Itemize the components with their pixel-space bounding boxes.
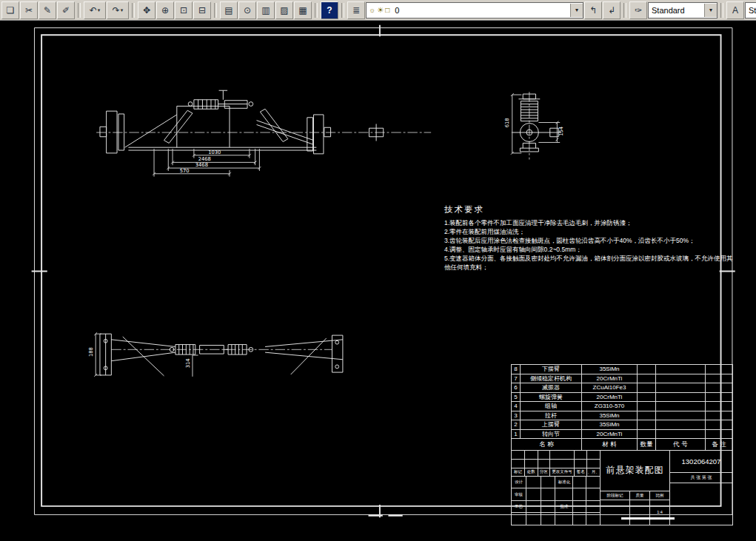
make-layer-current-button[interactable]: ↰	[584, 1, 602, 19]
parts-list-row: 2 上摆臂 35SiMn	[512, 420, 732, 430]
technical-requirements-title: 技术要求	[444, 204, 735, 215]
region-button[interactable]: ▨	[275, 1, 293, 19]
zoom-previous-button[interactable]: ⊟	[193, 1, 211, 19]
text-style-button[interactable]: A	[726, 1, 744, 19]
dim-label: 570	[180, 168, 190, 174]
process-label: 工艺	[512, 501, 526, 512]
title-block-underline	[621, 517, 675, 520]
zoom-window-button[interactable]: ⊡	[175, 1, 193, 19]
text-style-combo[interactable]: Sta ▾	[745, 2, 756, 19]
layer-combo[interactable]: ☼ ☀ □ 0 ▾	[366, 2, 583, 19]
table-icon: ▦	[298, 5, 307, 16]
revision-row	[512, 451, 600, 460]
layer-on-icon: ☼	[369, 6, 375, 14]
named-views-icon: ▤	[224, 5, 233, 16]
toolbar-separator	[341, 3, 344, 18]
scale-label: 比例	[650, 491, 669, 500]
cut-button[interactable]: ✂	[20, 1, 38, 19]
zoom-realtime-icon: ⊕	[161, 5, 169, 16]
revision-label-row: 标记 处数 分区 更改文件号 签名 年、月、日	[512, 468, 600, 477]
scale-value: 1:4	[650, 500, 669, 525]
render-button[interactable]: ▥	[257, 1, 275, 19]
part-no: 8	[512, 365, 521, 374]
technical-requirement-item: 5.变速器箱体分面、各接触面及密封处均不允许漏油，箱体剖分面应涂以密封胶或水玻璃…	[444, 254, 735, 272]
part-qty	[638, 365, 656, 374]
rev-doc-label: 更改文件号	[550, 468, 575, 477]
part-material: 35SiMn	[582, 411, 638, 420]
revision-row	[512, 460, 600, 468]
part-qty	[638, 393, 656, 402]
dim-label: 154	[558, 127, 564, 136]
plan-view-joint	[335, 365, 339, 369]
plan-view-joint	[335, 340, 339, 344]
front-view-joint	[249, 102, 253, 107]
stage-label: 阶段标记	[601, 491, 630, 500]
style-combo-arrow-icon[interactable]: ▾	[704, 4, 717, 17]
part-note	[706, 420, 732, 429]
part-name: 组轴	[521, 402, 582, 411]
toolbar-separator	[214, 3, 217, 18]
front-view-joint	[188, 102, 193, 107]
pencil-button[interactable]: ✎	[39, 1, 56, 19]
undo-button[interactable]: ↶▾	[84, 1, 106, 19]
part-no: 3	[512, 411, 521, 420]
part-name: 减振器	[521, 383, 582, 392]
scale-label-row: 阶段标记 质量 比例	[601, 491, 669, 500]
part-note	[706, 402, 732, 411]
pencil-edit-button[interactable]: ✐	[57, 1, 75, 19]
signature-row	[512, 513, 600, 525]
part-code	[656, 420, 706, 429]
region-icon: ▨	[280, 5, 288, 16]
rev-sign-label: 签名	[575, 468, 587, 477]
part-material: 20CrMnTi	[582, 393, 638, 402]
zoom-window-icon: ⊡	[180, 5, 187, 16]
plan-view: 188 314	[88, 332, 343, 377]
cad-viewport[interactable]: 1030 2468 3468 570 618 154 188	[0, 21, 756, 541]
part-qty	[638, 383, 656, 392]
part-material: ZCuAl10Fe3	[582, 383, 638, 392]
side-view: 618 154	[504, 93, 564, 155]
table-button[interactable]: ▦	[294, 1, 312, 19]
pan-icon: ✥	[143, 5, 150, 16]
header-material: 材 料	[582, 439, 638, 450]
parts-list-row: 1 转向节 20CrMnTi	[512, 430, 732, 440]
dim-label: 188	[88, 347, 94, 357]
pencil-icon: ✎	[44, 5, 51, 16]
properties-button[interactable]: ✑	[629, 1, 647, 19]
pan-button[interactable]: ✥	[138, 1, 155, 19]
part-no: 6	[512, 383, 521, 392]
header-name: 名 称	[512, 439, 582, 450]
parts-list-row: 3 拉杆 35SiMn	[512, 411, 732, 421]
header-code: 代 号	[656, 439, 706, 450]
dim-label: 1030	[208, 149, 221, 155]
dim-label: 3468	[195, 162, 208, 168]
layers-icon: ≣	[352, 5, 360, 16]
part-qty	[638, 402, 656, 411]
part-code	[656, 430, 706, 439]
named-views-button[interactable]: ▤	[220, 1, 238, 19]
part-code	[656, 411, 706, 420]
check-label: 审核	[512, 488, 526, 500]
new-sheet-button[interactable]: ❏	[1, 1, 19, 19]
part-no: 7	[512, 374, 521, 383]
layer-combo-arrow-icon[interactable]: ▾	[570, 4, 583, 17]
layer-previous-icon: ↲	[608, 5, 615, 16]
zoom-realtime-button[interactable]: ⊕	[156, 1, 174, 19]
toolbar-separator	[623, 3, 626, 18]
technical-requirement-item: 4.调整、固定轴承时应留有轴向间隙0.2~0.5mm；	[444, 245, 735, 254]
help-button[interactable]: ?	[321, 1, 338, 19]
part-name: 转向节	[521, 430, 582, 439]
approve-label: 批准	[555, 501, 573, 512]
part-material: 35SiMn	[582, 365, 638, 374]
empty-cell	[670, 483, 732, 525]
redo-button[interactable]: ↷▾	[107, 1, 129, 19]
layer-previous-button[interactable]: ↲	[603, 1, 620, 19]
style-combo[interactable]: Standard ▾	[648, 2, 717, 19]
parts-list-header: 名 称 材 料 数量 代 号 备 注	[512, 439, 732, 451]
drawing-title: 前悬架装配图	[601, 451, 669, 491]
pencil-edit-icon: ✐	[62, 5, 70, 16]
part-note	[706, 393, 732, 402]
orbit-button[interactable]: ⊙	[238, 1, 256, 19]
layers-button[interactable]: ≣	[347, 1, 365, 19]
new-sheet-icon: ❏	[7, 5, 15, 16]
